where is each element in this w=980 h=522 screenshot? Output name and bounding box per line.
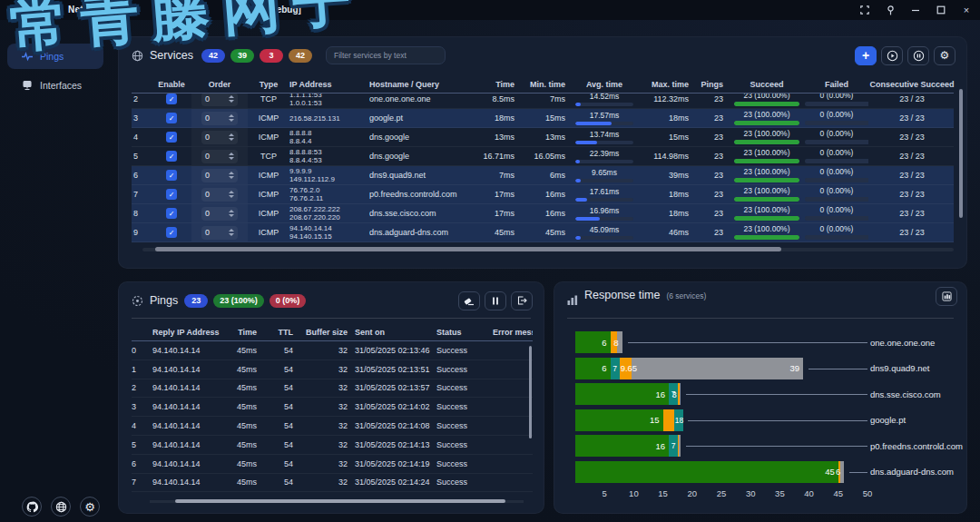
- service-host: dns.google: [369, 152, 471, 161]
- clear-pings-button[interactable]: [458, 291, 480, 310]
- enable-checkbox[interactable]: ✓: [152, 189, 191, 200]
- chart-x-axis: 5101520253035404550: [575, 488, 965, 501]
- chart-bar: 456dns.adguard-dns.com: [575, 461, 965, 483]
- service-succeed: 23 (100.00%): [729, 225, 805, 240]
- order-stepper[interactable]: 0: [191, 204, 248, 222]
- order-stepper[interactable]: 0: [191, 128, 248, 146]
- service-consecutive: 23 / 23: [868, 228, 954, 237]
- maximize-icon[interactable]: [935, 4, 947, 16]
- service-pings: 23: [694, 228, 729, 237]
- services-settings-button[interactable]: ⚙: [934, 46, 956, 65]
- services-panel-title: Services: [150, 49, 193, 62]
- service-host: dns.sse.cisco.com: [369, 209, 471, 218]
- service-type: ICMP: [248, 228, 289, 237]
- pings-vertical-scrollbar[interactable]: [529, 346, 532, 438]
- ping-row[interactable]: 2 94.140.14.14 45ms 54 32 31/05/2025 02:…: [132, 379, 533, 399]
- start-pings-button[interactable]: [881, 46, 903, 65]
- min-segment: [575, 358, 611, 379]
- ping-row[interactable]: 5 94.140.14.14 45ms 54 32 31/05/2025 02:…: [132, 436, 533, 455]
- service-row[interactable]: 8 ✓ 0 ICMP 208.67.222.222208.67.220.220 …: [132, 204, 954, 223]
- service-row[interactable]: 2 ✓ 0 TCP 1.1.1.1:531.0.0.1:53 one.one.o…: [132, 94, 954, 109]
- service-pings: 23: [694, 190, 729, 199]
- ping-row[interactable]: 3 94.140.14.14 45ms 54 32 31/05/2025 02:…: [132, 398, 533, 417]
- order-stepper[interactable]: 0: [191, 166, 248, 184]
- order-stepper[interactable]: 0: [191, 185, 248, 203]
- service-row[interactable]: 3 ✓ 0 ICMP 216.58.215.131 google.pt 18ms…: [132, 109, 954, 128]
- service-max-time: 112.32ms: [638, 94, 694, 103]
- service-failed: 0 (0.00%): [805, 130, 868, 144]
- service-succeed: 23 (100.00%): [729, 94, 805, 106]
- axis-tick: 15: [652, 488, 674, 498]
- close-icon[interactable]: ×: [960, 4, 973, 16]
- min-segment: [575, 409, 663, 431]
- order-stepper[interactable]: 0: [191, 223, 248, 241]
- pings-horizontal-scrollbar[interactable]: [175, 499, 505, 503]
- chart-bar-label: one.one.one.one: [870, 331, 935, 353]
- order-stepper[interactable]: 0: [191, 94, 248, 108]
- column-header: IP Address: [289, 81, 369, 89]
- ping-status: Success: [436, 440, 493, 449]
- enable-checkbox[interactable]: ✓: [152, 113, 191, 123]
- enable-checkbox[interactable]: ✓: [152, 208, 191, 219]
- pin-icon[interactable]: [884, 4, 897, 16]
- fullscreen-icon[interactable]: [858, 4, 871, 16]
- enable-checkbox[interactable]: ✓: [152, 132, 191, 143]
- service-consecutive: 23 / 23: [868, 171, 954, 180]
- service-succeed: 23 (100.00%): [729, 206, 805, 221]
- enable-checkbox[interactable]: ✓: [152, 94, 191, 104]
- count-badge: 23 (100%): [213, 294, 264, 308]
- service-consecutive: 23 / 23: [868, 209, 954, 218]
- order-stepper[interactable]: 0: [191, 109, 248, 127]
- enable-checkbox[interactable]: ✓: [152, 170, 191, 181]
- enable-checkbox[interactable]: ✓: [152, 227, 191, 238]
- service-row[interactable]: 6 ✓ 0 ICMP 9.9.9.9149.112.112.9 dns9.qua…: [132, 166, 954, 185]
- sidebar-item-interfaces[interactable]: Interfaces: [7, 73, 103, 98]
- chart-bar: 7163dns.sse.cisco.com: [575, 383, 965, 405]
- service-row[interactable]: 7 ✓ 0 ICMP 76.76.2.076.76.2.11 p0.freedn…: [132, 185, 954, 204]
- github-icon[interactable]: [22, 497, 42, 517]
- ping-reply-ip: 94.140.14.14: [146, 478, 222, 487]
- ping-buffer-size: 32: [300, 478, 355, 487]
- service-failed: 0 (0.00%): [805, 94, 868, 106]
- chart-bar-label: dns.adguard-dns.com: [870, 461, 954, 483]
- service-consecutive: 23 / 23: [868, 152, 954, 161]
- export-icon[interactable]: [511, 291, 533, 310]
- service-pings: 23: [694, 152, 729, 161]
- sidebar-item-pings[interactable]: Pings: [7, 44, 103, 69]
- services-vertical-scrollbar[interactable]: [959, 89, 963, 218]
- column-header: TTL: [264, 328, 300, 337]
- ping-row[interactable]: 7 94.140.14.14 45ms 54 32 31/05/2025 02:…: [132, 474, 533, 493]
- minimize-icon[interactable]: [909, 4, 922, 16]
- service-ip: 8.8.8.8:538.8.4.4:53: [289, 148, 369, 164]
- ping-buffer-size: 32: [300, 440, 355, 449]
- count-badge: 42: [201, 49, 225, 63]
- order-stepper[interactable]: 0: [191, 147, 248, 165]
- ping-row[interactable]: 6 94.140.14.14 45ms 54 32 31/05/2025 02:…: [132, 455, 533, 474]
- enable-checkbox[interactable]: ✓: [152, 151, 191, 162]
- service-row[interactable]: 4 ✓ 0 ICMP 8.8.8.88.8.4.4 dns.google 13m…: [132, 128, 954, 147]
- ping-row[interactable]: 4 94.140.14.14 45ms 54 32 31/05/2025 02:…: [132, 417, 533, 436]
- axis-tick: 40: [799, 488, 820, 498]
- ping-buffer-size: 32: [300, 459, 355, 468]
- globe-icon[interactable]: [51, 497, 71, 517]
- ping-index: 5: [132, 440, 146, 449]
- column-header: Avg. time: [571, 80, 638, 89]
- axis-tick: 20: [681, 488, 703, 498]
- add-service-button[interactable]: +: [855, 46, 877, 65]
- service-row[interactable]: 9 ✓ 0 ICMP 94.140.14.1494.140.15.15 dns.…: [132, 223, 954, 242]
- column-header: Failed: [805, 80, 868, 89]
- ping-index: 1: [132, 365, 146, 374]
- pause-icon[interactable]: [485, 291, 506, 310]
- chart-header-divider: [567, 318, 954, 319]
- ping-row[interactable]: 0 94.140.14.14 45ms 54 32 31/05/2025 02:…: [132, 341, 533, 360]
- services-horizontal-scrollbar[interactable]: [155, 247, 781, 251]
- gear-icon[interactable]: ⚙: [80, 497, 100, 517]
- services-filter-input[interactable]: [326, 46, 446, 64]
- pause-pings-button[interactable]: [907, 46, 929, 65]
- chart-type-button[interactable]: [936, 287, 957, 306]
- ping-status: Success: [436, 402, 493, 411]
- count-badge: 39: [230, 49, 254, 63]
- service-row[interactable]: 5 ✓ 0 TCP 8.8.8.8:538.8.4.4:53 dns.googl…: [132, 147, 954, 166]
- ping-row[interactable]: 1 94.140.14.14 45ms 54 32 31/05/2025 02:…: [132, 360, 533, 379]
- axis-tick: 35: [769, 488, 790, 498]
